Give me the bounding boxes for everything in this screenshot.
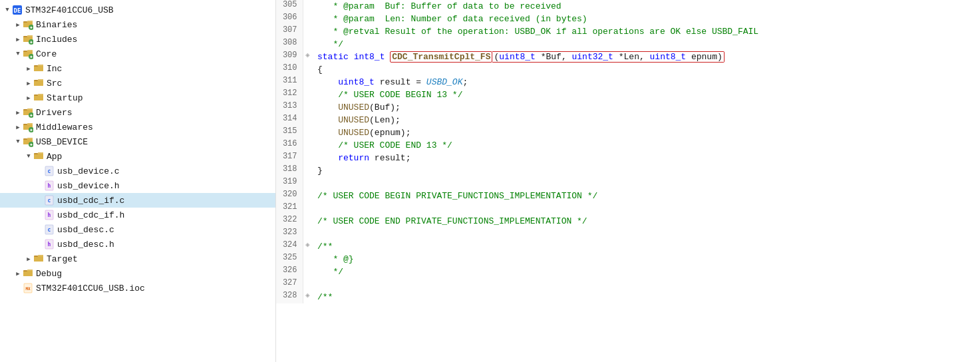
sidebar: DESTM32F401CCU6_USB✦Binaries✦Includes✦Co… bbox=[0, 0, 276, 362]
collapse-gutter-328[interactable]: ◈ bbox=[303, 291, 312, 303]
collapse-gutter-324[interactable]: ◈ bbox=[303, 240, 312, 253]
sidebar-item-project[interactable]: DESTM32F401CCU6_USB bbox=[0, 3, 275, 17]
code-row-312: 312 /* USER CODE BEGIN 13 */ bbox=[276, 89, 980, 101]
sidebar-item-label-usb_device_h: usb_device.h bbox=[57, 181, 120, 191]
code-row-321: 321 bbox=[276, 202, 980, 215]
arrow-binaries[interactable] bbox=[13, 20, 23, 29]
collapse-gutter-309[interactable]: ◈ bbox=[303, 51, 312, 63]
arrow-ioc[interactable] bbox=[13, 283, 23, 293]
code-content-314: UNUSED(Len); bbox=[312, 114, 980, 126]
svg-rect-53 bbox=[34, 256, 38, 257]
collapse-gutter-316 bbox=[303, 139, 312, 152]
sidebar-item-label-target: Target bbox=[47, 254, 78, 264]
keyword-static: static bbox=[317, 52, 349, 62]
code-content-312: /* USER CODE BEGIN 13 */ bbox=[312, 89, 980, 101]
line-number-322: 322 bbox=[276, 215, 303, 228]
plain-text: (epnum); bbox=[369, 128, 410, 138]
arrow-drivers[interactable] bbox=[13, 108, 23, 117]
sidebar-item-usbd_desc_c[interactable]: cusbd_desc.c bbox=[0, 222, 275, 237]
arrow-usbd_cdc_if_h[interactable] bbox=[35, 210, 44, 220]
sidebar-item-usb_device_h[interactable]: husb_device.h bbox=[0, 178, 275, 193]
sidebar-item-startup[interactable]: Startup bbox=[0, 90, 275, 105]
arrow-usb_device_h[interactable] bbox=[35, 181, 44, 190]
collapse-gutter-314 bbox=[303, 114, 312, 126]
arrow-target[interactable] bbox=[24, 254, 33, 264]
arrow-includes[interactable] bbox=[13, 35, 23, 44]
svg-text:✦: ✦ bbox=[29, 40, 33, 45]
sidebar-item-usbd_cdc_if_c[interactable]: cusbd_cdc_if.c bbox=[0, 193, 275, 208]
svg-rect-29 bbox=[23, 138, 27, 140]
file-c-icon: c bbox=[44, 166, 55, 176]
code-content-306: * @param Len: Number of data received (i… bbox=[312, 13, 980, 25]
file-h-icon: h bbox=[44, 180, 55, 191]
line-number-312: 312 bbox=[276, 89, 303, 101]
collapse-gutter-319 bbox=[303, 177, 312, 190]
comment-text: /* USER CODE END 13 */ bbox=[317, 140, 452, 150]
sidebar-item-core[interactable]: ✦Core bbox=[0, 47, 275, 61]
arrow-app[interactable] bbox=[24, 152, 33, 161]
line-number-327: 327 bbox=[276, 278, 303, 291]
collapse-gutter-307 bbox=[303, 25, 312, 38]
svg-rect-18 bbox=[34, 95, 43, 100]
code-content-321 bbox=[312, 202, 980, 215]
code-content-322: /* USER CODE END PRIVATE_FUNCTIONS_IMPLE… bbox=[312, 215, 980, 228]
comment-text: /* USER CODE BEGIN 13 */ bbox=[317, 90, 462, 100]
arrow-usbd_desc_c[interactable] bbox=[35, 225, 44, 234]
svg-text:c: c bbox=[48, 168, 51, 174]
folder-icon bbox=[33, 254, 44, 264]
sidebar-item-inc[interactable]: Inc bbox=[0, 61, 275, 76]
type-int8: int8_t bbox=[354, 52, 385, 62]
sidebar-item-target[interactable]: Target bbox=[0, 252, 275, 266]
svg-text:✦: ✦ bbox=[29, 55, 33, 59]
function-highlight-box: CDC_TransmitCplt_FS bbox=[390, 51, 492, 63]
sidebar-item-label-core: Core bbox=[36, 49, 57, 59]
line-number-308: 308 bbox=[276, 38, 303, 51]
arrow-usbd_cdc_if_c[interactable] bbox=[35, 196, 44, 205]
sidebar-item-usbd_desc_h[interactable]: husbd_desc.h bbox=[0, 237, 275, 252]
sidebar-item-usb_device[interactable]: ✦USB_DEVICE bbox=[0, 134, 275, 149]
plain-text: result; bbox=[369, 153, 410, 163]
svg-rect-11 bbox=[23, 51, 27, 52]
sidebar-item-drivers[interactable]: ✦Drivers bbox=[0, 105, 275, 120]
code-row-317: 317 return result; bbox=[276, 152, 980, 164]
folder-icon bbox=[33, 63, 44, 74]
code-content-323 bbox=[312, 228, 980, 240]
collapse-gutter-318 bbox=[303, 164, 312, 177]
sidebar-item-label-usbd_desc_h: usbd_desc.h bbox=[57, 240, 114, 250]
line-number-309: 309 bbox=[276, 51, 303, 63]
sidebar-item-debug[interactable]: Debug bbox=[0, 266, 275, 281]
arrow-usb_device_c[interactable] bbox=[35, 166, 44, 176]
arrow-usbd_desc_h[interactable] bbox=[35, 240, 44, 249]
sidebar-item-middlewares[interactable]: ✦Middlewares bbox=[0, 120, 275, 134]
svg-text:✦: ✦ bbox=[29, 142, 33, 147]
plain-space bbox=[349, 52, 354, 62]
arrow-project[interactable] bbox=[3, 5, 12, 15]
arrow-usb_device[interactable] bbox=[13, 137, 23, 146]
keyword: return bbox=[338, 153, 369, 163]
plain-text: result = bbox=[375, 77, 426, 87]
svg-rect-19 bbox=[34, 94, 38, 96]
line-number-316: 316 bbox=[276, 139, 303, 152]
arrow-startup[interactable] bbox=[24, 93, 33, 102]
sidebar-item-label-debug: Debug bbox=[36, 269, 62, 279]
arrow-middlewares[interactable] bbox=[13, 122, 23, 132]
folder-special-icon: ✦ bbox=[23, 107, 33, 118]
sidebar-item-app[interactable]: App bbox=[0, 149, 275, 164]
code-row-315: 315 UNUSED(epnum); bbox=[276, 126, 980, 139]
sidebar-item-usb_device_c[interactable]: cusb_device.c bbox=[0, 164, 275, 178]
arrow-src[interactable] bbox=[24, 79, 33, 88]
arrow-core[interactable] bbox=[13, 49, 23, 59]
line-number-317: 317 bbox=[276, 152, 303, 164]
sidebar-item-includes[interactable]: ✦Includes bbox=[0, 32, 275, 47]
code-row-316: 316 /* USER CODE END 13 */ bbox=[276, 139, 980, 152]
arrow-inc[interactable] bbox=[24, 64, 33, 73]
sidebar-item-usbd_cdc_if_h[interactable]: husbd_cdc_if.h bbox=[0, 208, 275, 222]
sidebar-item-src[interactable]: Src bbox=[0, 76, 275, 90]
line-number-307: 307 bbox=[276, 25, 303, 38]
code-content-316: /* USER CODE END 13 */ bbox=[312, 139, 980, 152]
plain-text: } bbox=[317, 166, 323, 176]
sidebar-item-ioc[interactable]: MXSTM32F401CCU6_USB.ioc bbox=[0, 281, 275, 295]
code-content-308: */ bbox=[312, 38, 980, 51]
arrow-debug[interactable] bbox=[13, 269, 23, 278]
sidebar-item-binaries[interactable]: ✦Binaries bbox=[0, 17, 275, 32]
